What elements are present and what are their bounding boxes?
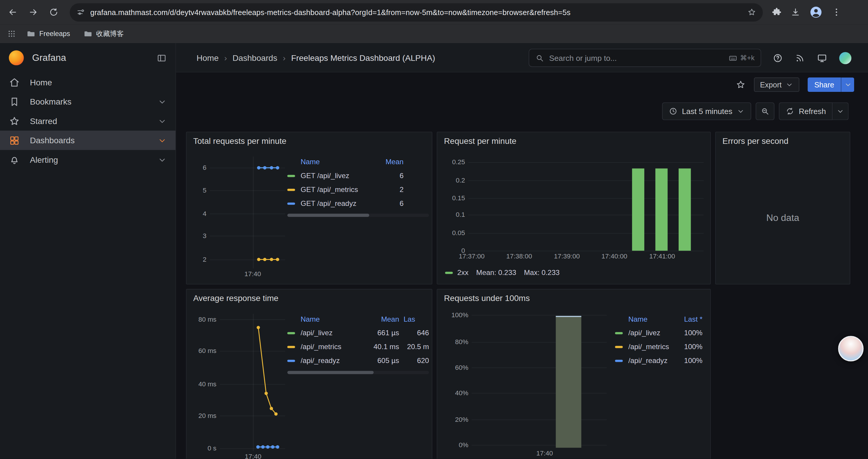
back-arrow-icon: [8, 7, 18, 17]
no-data-message: No data: [716, 213, 850, 224]
chevron-down-icon[interactable]: [158, 155, 167, 164]
search-input[interactable]: Search or jump to... ⌘+k: [529, 49, 761, 67]
assistant-avatar[interactable]: [838, 336, 864, 361]
scrollbar-thumb[interactable]: [287, 371, 374, 374]
favorite-star-icon[interactable]: [736, 80, 746, 90]
breadcrumb: Home › Dashboards › Freeleaps Metrics Da…: [196, 53, 435, 62]
series-swatch: [287, 202, 295, 204]
series-swatch: [287, 359, 295, 362]
legend-row[interactable]: /api/_livez 100%: [615, 326, 703, 340]
site-info-icon[interactable]: [76, 8, 85, 17]
chevron-down-icon[interactable]: [158, 136, 167, 145]
legend-header-name[interactable]: Name: [628, 315, 670, 323]
panel-title[interactable]: Average response time: [193, 293, 279, 303]
breadcrumb-separator: ›: [283, 53, 285, 62]
panel-legend: Name Mean GET /api/_livez 6: [287, 155, 429, 217]
profile-avatar-icon[interactable]: [809, 6, 823, 19]
sidebar-item-icon: [9, 96, 20, 107]
browser-menu-icon[interactable]: [831, 7, 841, 17]
help-icon[interactable]: [773, 53, 783, 63]
panel-title[interactable]: Errors per second: [722, 136, 788, 145]
monitor-icon[interactable]: [817, 53, 827, 63]
sidebar-item[interactable]: Alerting: [0, 150, 176, 169]
series-swatch: [287, 332, 295, 334]
url-text[interactable]: grafana.mathmast.com/d/deytv4rwavabkb/fr…: [90, 8, 747, 16]
legend-row[interactable]: GET /api/_readyz 6: [287, 196, 429, 210]
news-rss-icon[interactable]: [795, 53, 805, 63]
chevron-down-icon[interactable]: [158, 117, 167, 125]
apps-grid-icon[interactable]: [7, 29, 16, 38]
legend-row[interactable]: /api/_metrics 100%: [615, 340, 703, 354]
series-swatch: [287, 346, 295, 348]
sidebar-item[interactable]: Starred: [0, 111, 176, 131]
panel-requests-under-100ms: Requests under 100ms 100%80%60%40%20%0%1…: [437, 289, 711, 459]
legend-header-name[interactable]: Name: [301, 157, 367, 166]
back-button[interactable]: [5, 4, 20, 20]
sidebar-nav: Home Bookmarks Starred Dashboards Al: [0, 72, 176, 169]
series-swatch: [287, 174, 295, 177]
sidebar-item[interactable]: Bookmarks: [0, 92, 176, 111]
collapse-sidebar-icon[interactable]: [157, 53, 167, 63]
forward-button[interactable]: [25, 4, 41, 20]
extensions-icon[interactable]: [772, 7, 782, 17]
download-icon[interactable]: [790, 7, 801, 17]
legend-header-mean[interactable]: Mean: [371, 157, 404, 166]
chevron-down-icon: [737, 107, 745, 115]
user-avatar[interactable]: [839, 52, 851, 64]
legend-scrollbar[interactable]: [287, 214, 429, 217]
breadcrumb-item[interactable]: Freeleaps Metrics Dashboard (ALPHA) ›: [291, 53, 435, 62]
legend-row[interactable]: /api/_livez 661 µs 646: [287, 326, 429, 340]
legend-row[interactable]: /api/_readyz 605 µs 620: [287, 354, 429, 367]
search-placeholder: Search or jump to...: [549, 54, 728, 62]
legend-row[interactable]: GET /api/_metrics 2: [287, 183, 429, 196]
panel-title[interactable]: Request per minute: [444, 136, 517, 145]
sidebar-item-icon: [9, 154, 20, 165]
bookmark-folder[interactable]: Freeleaps: [22, 28, 75, 40]
folder-icon: [27, 29, 35, 38]
legend-header-mean[interactable]: Mean: [366, 315, 399, 323]
legend-header-name[interactable]: Name: [301, 315, 361, 323]
legend-item[interactable]: 2xx: [445, 268, 468, 277]
sidebar-item[interactable]: Home: [0, 72, 176, 92]
legend-row[interactable]: GET /api/_livez 6: [287, 169, 429, 183]
share-button[interactable]: Share: [808, 77, 841, 92]
refresh-button[interactable]: Refresh: [779, 102, 833, 120]
panel-title[interactable]: Requests under 100ms: [444, 293, 530, 303]
panel-title[interactable]: Total requests per minute: [193, 136, 286, 145]
panel-request-per-minute: Request per minute 0.250.20.150.10.05017…: [437, 132, 711, 285]
legend-header-last[interactable]: Last *: [674, 315, 702, 323]
bookmark-star-icon[interactable]: [747, 8, 756, 17]
zoom-out-button[interactable]: [756, 102, 775, 120]
bar-chart[interactable]: 100%80%60%40%20%0%17:40: [443, 313, 609, 458]
breadcrumb-item[interactable]: Home ›: [196, 53, 232, 62]
share-button-group: Share: [808, 77, 854, 92]
chevron-down-icon: [785, 81, 793, 89]
sidebar-item-icon: [9, 116, 20, 126]
legend-row[interactable]: /api/_readyz 100%: [615, 354, 703, 367]
zoom-out-icon: [761, 107, 769, 116]
timeseries-chart[interactable]: 80 ms60 ms40 ms20 ms0 s17:40: [192, 313, 287, 459]
sidebar-item-icon: [9, 77, 20, 88]
series-swatch: [615, 346, 623, 348]
dashboard-canvas: Export Share Last 5 minutes: [176, 72, 868, 459]
share-menu-button[interactable]: [841, 77, 854, 92]
legend-header-last[interactable]: Las: [404, 315, 429, 323]
url-bar[interactable]: grafana.mathmast.com/d/deytv4rwavabkb/fr…: [70, 3, 763, 21]
chevron-down-icon[interactable]: [158, 97, 167, 106]
bookmark-folder[interactable]: 收藏博客: [78, 28, 129, 40]
timeseries-chart[interactable]: 6543217:40: [192, 156, 287, 278]
reload-button[interactable]: [46, 4, 61, 20]
sidebar-item[interactable]: Dashboards: [0, 131, 176, 150]
bar-chart[interactable]: 0.250.20.150.10.05017:37:0017:38:0017:39…: [443, 156, 706, 261]
legend-row[interactable]: /api/_metrics 40.1 ms 20.5 m: [287, 340, 429, 354]
panel-total-requests: Total requests per minute 6543217:40 Nam…: [186, 132, 433, 285]
breadcrumb-item[interactable]: Dashboards ›: [232, 53, 291, 62]
export-button[interactable]: Export: [754, 77, 800, 92]
refresh-icon: [785, 107, 795, 116]
grafana-logo[interactable]: [9, 51, 24, 66]
series-swatch: [287, 189, 295, 191]
refresh-interval-button[interactable]: [833, 102, 848, 120]
time-range-picker[interactable]: Last 5 minutes: [662, 102, 751, 120]
legend-scrollbar[interactable]: [287, 371, 429, 374]
scrollbar-thumb[interactable]: [287, 214, 369, 217]
